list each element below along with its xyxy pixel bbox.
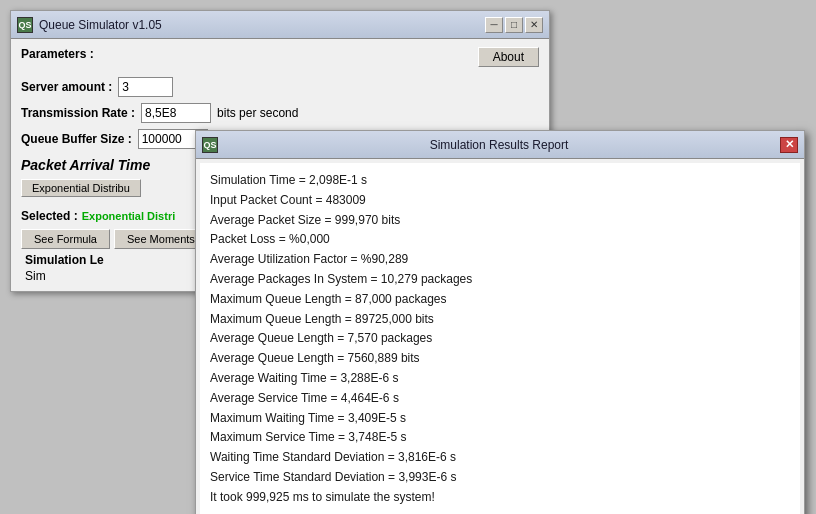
exponential-dist-button[interactable]: Exponential Distribu xyxy=(21,179,141,197)
main-titlebar: QS Queue Simulator v1.05 ─ □ ✕ xyxy=(11,11,549,39)
transmission-rate-label: Transmission Rate : xyxy=(21,106,135,120)
transmission-rate-unit: bits per second xyxy=(217,106,298,120)
results-line-3: Packet Loss = %0,000 xyxy=(210,230,790,250)
results-line-16: It took 999,925 ms to simulate the syste… xyxy=(210,488,790,508)
results-line-1: Input Packet Count = 483009 xyxy=(210,191,790,211)
results-line-0: Simulation Time = 2,098E-1 s xyxy=(210,171,790,191)
app-icon: QS xyxy=(17,17,33,33)
see-moments-button[interactable]: See Moments xyxy=(114,229,208,249)
about-button[interactable]: About xyxy=(478,47,539,67)
dialog-titlebar: QS Simulation Results Report ✕ xyxy=(196,131,804,159)
results-dialog: QS Simulation Results Report ✕ Simulatio… xyxy=(195,130,805,514)
results-line-15: Service Time Standard Deviation = 3,993E… xyxy=(210,468,790,488)
maximize-button[interactable]: □ xyxy=(505,17,523,33)
results-line-14: Waiting Time Standard Deviation = 3,816E… xyxy=(210,448,790,468)
parameters-label: Parameters : xyxy=(21,47,94,61)
queue-buffer-label: Queue Buffer Size : xyxy=(21,132,132,146)
main-close-button[interactable]: ✕ xyxy=(525,17,543,33)
results-line-13: Maximum Service Time = 3,748E-5 s xyxy=(210,428,790,448)
see-formula-button[interactable]: See Formula xyxy=(21,229,110,249)
results-line-7: Maximum Queue Length = 89725,000 bits xyxy=(210,310,790,330)
main-window-title: Queue Simulator v1.05 xyxy=(39,18,162,32)
titlebar-left: QS Queue Simulator v1.05 xyxy=(17,17,162,33)
dialog-title: Simulation Results Report xyxy=(218,138,780,152)
server-amount-label: Server amount : xyxy=(21,80,112,94)
dialog-content: Simulation Time = 2,098E-1 s Input Packe… xyxy=(200,163,800,514)
server-amount-input[interactable] xyxy=(118,77,173,97)
results-line-12: Maximum Waiting Time = 3,409E-5 s xyxy=(210,409,790,429)
results-line-9: Average Queue Length = 7560,889 bits xyxy=(210,349,790,369)
transmission-rate-row: Transmission Rate : bits per second xyxy=(21,103,539,123)
results-line-10: Average Waiting Time = 3,288E-6 s xyxy=(210,369,790,389)
server-amount-row: Server amount : xyxy=(21,77,539,97)
results-line-11: Average Service Time = 4,464E-6 s xyxy=(210,389,790,409)
results-line-6: Maximum Queue Length = 87,000 packages xyxy=(210,290,790,310)
minimize-button[interactable]: ─ xyxy=(485,17,503,33)
dialog-close-button[interactable]: ✕ xyxy=(780,137,798,153)
titlebar-controls: ─ □ ✕ xyxy=(485,17,543,33)
results-line-2: Average Packet Size = 999,970 bits xyxy=(210,211,790,231)
results-line-4: Average Utilization Factor = %90,289 xyxy=(210,250,790,270)
transmission-rate-input[interactable] xyxy=(141,103,211,123)
selected-label: Selected : xyxy=(21,209,78,223)
results-line-8: Average Queue Length = 7,570 packages xyxy=(210,329,790,349)
selected-value: Exponential Distri xyxy=(82,210,176,222)
dialog-icon: QS xyxy=(202,137,218,153)
results-line-5: Average Packages In System = 10,279 pack… xyxy=(210,270,790,290)
